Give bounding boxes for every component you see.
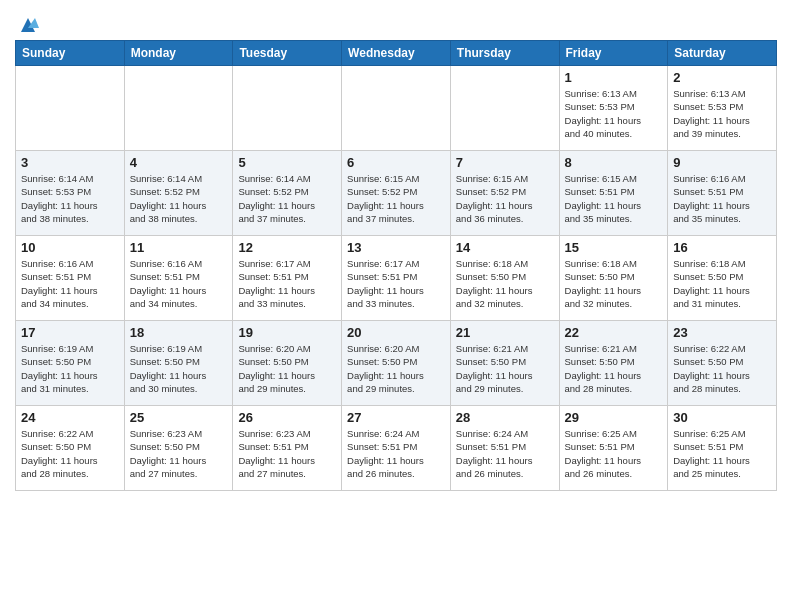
day-number: 5 <box>238 155 336 170</box>
day-number: 14 <box>456 240 554 255</box>
calendar-cell: 16Sunrise: 6:18 AM Sunset: 5:50 PM Dayli… <box>668 236 777 321</box>
day-number: 22 <box>565 325 663 340</box>
day-number: 6 <box>347 155 445 170</box>
day-info: Sunrise: 6:14 AM Sunset: 5:52 PM Dayligh… <box>238 172 336 225</box>
calendar-page: SundayMondayTuesdayWednesdayThursdayFrid… <box>0 0 792 506</box>
day-info: Sunrise: 6:21 AM Sunset: 5:50 PM Dayligh… <box>565 342 663 395</box>
day-number: 10 <box>21 240 119 255</box>
day-number: 3 <box>21 155 119 170</box>
day-info: Sunrise: 6:15 AM Sunset: 5:52 PM Dayligh… <box>347 172 445 225</box>
day-info: Sunrise: 6:14 AM Sunset: 5:53 PM Dayligh… <box>21 172 119 225</box>
day-number: 30 <box>673 410 771 425</box>
weekday-header-tuesday: Tuesday <box>233 41 342 66</box>
day-number: 25 <box>130 410 228 425</box>
week-row-5: 24Sunrise: 6:22 AM Sunset: 5:50 PM Dayli… <box>16 406 777 491</box>
calendar-cell: 29Sunrise: 6:25 AM Sunset: 5:51 PM Dayli… <box>559 406 668 491</box>
week-row-2: 3Sunrise: 6:14 AM Sunset: 5:53 PM Daylig… <box>16 151 777 236</box>
day-info: Sunrise: 6:24 AM Sunset: 5:51 PM Dayligh… <box>456 427 554 480</box>
calendar-cell <box>450 66 559 151</box>
calendar-cell <box>124 66 233 151</box>
weekday-header-monday: Monday <box>124 41 233 66</box>
logo-icon <box>17 14 39 36</box>
calendar-cell: 15Sunrise: 6:18 AM Sunset: 5:50 PM Dayli… <box>559 236 668 321</box>
day-number: 21 <box>456 325 554 340</box>
day-number: 17 <box>21 325 119 340</box>
day-info: Sunrise: 6:15 AM Sunset: 5:52 PM Dayligh… <box>456 172 554 225</box>
day-info: Sunrise: 6:18 AM Sunset: 5:50 PM Dayligh… <box>565 257 663 310</box>
calendar-cell: 19Sunrise: 6:20 AM Sunset: 5:50 PM Dayli… <box>233 321 342 406</box>
week-row-3: 10Sunrise: 6:16 AM Sunset: 5:51 PM Dayli… <box>16 236 777 321</box>
calendar-cell: 22Sunrise: 6:21 AM Sunset: 5:50 PM Dayli… <box>559 321 668 406</box>
calendar-cell: 27Sunrise: 6:24 AM Sunset: 5:51 PM Dayli… <box>342 406 451 491</box>
calendar-cell: 3Sunrise: 6:14 AM Sunset: 5:53 PM Daylig… <box>16 151 125 236</box>
day-info: Sunrise: 6:17 AM Sunset: 5:51 PM Dayligh… <box>238 257 336 310</box>
day-info: Sunrise: 6:19 AM Sunset: 5:50 PM Dayligh… <box>21 342 119 395</box>
calendar-cell: 4Sunrise: 6:14 AM Sunset: 5:52 PM Daylig… <box>124 151 233 236</box>
day-info: Sunrise: 6:21 AM Sunset: 5:50 PM Dayligh… <box>456 342 554 395</box>
logo <box>15 10 39 32</box>
day-info: Sunrise: 6:18 AM Sunset: 5:50 PM Dayligh… <box>673 257 771 310</box>
day-info: Sunrise: 6:13 AM Sunset: 5:53 PM Dayligh… <box>673 87 771 140</box>
calendar-cell: 9Sunrise: 6:16 AM Sunset: 5:51 PM Daylig… <box>668 151 777 236</box>
day-info: Sunrise: 6:15 AM Sunset: 5:51 PM Dayligh… <box>565 172 663 225</box>
calendar-cell: 24Sunrise: 6:22 AM Sunset: 5:50 PM Dayli… <box>16 406 125 491</box>
day-number: 7 <box>456 155 554 170</box>
day-info: Sunrise: 6:16 AM Sunset: 5:51 PM Dayligh… <box>130 257 228 310</box>
calendar-cell: 2Sunrise: 6:13 AM Sunset: 5:53 PM Daylig… <box>668 66 777 151</box>
calendar-cell: 17Sunrise: 6:19 AM Sunset: 5:50 PM Dayli… <box>16 321 125 406</box>
day-number: 11 <box>130 240 228 255</box>
day-number: 19 <box>238 325 336 340</box>
calendar-cell: 18Sunrise: 6:19 AM Sunset: 5:50 PM Dayli… <box>124 321 233 406</box>
weekday-header-friday: Friday <box>559 41 668 66</box>
day-number: 15 <box>565 240 663 255</box>
calendar-cell: 25Sunrise: 6:23 AM Sunset: 5:50 PM Dayli… <box>124 406 233 491</box>
calendar-cell: 12Sunrise: 6:17 AM Sunset: 5:51 PM Dayli… <box>233 236 342 321</box>
day-number: 9 <box>673 155 771 170</box>
day-info: Sunrise: 6:22 AM Sunset: 5:50 PM Dayligh… <box>673 342 771 395</box>
day-info: Sunrise: 6:17 AM Sunset: 5:51 PM Dayligh… <box>347 257 445 310</box>
calendar-cell: 14Sunrise: 6:18 AM Sunset: 5:50 PM Dayli… <box>450 236 559 321</box>
day-number: 2 <box>673 70 771 85</box>
day-number: 23 <box>673 325 771 340</box>
day-number: 12 <box>238 240 336 255</box>
day-info: Sunrise: 6:13 AM Sunset: 5:53 PM Dayligh… <box>565 87 663 140</box>
week-row-4: 17Sunrise: 6:19 AM Sunset: 5:50 PM Dayli… <box>16 321 777 406</box>
day-number: 13 <box>347 240 445 255</box>
day-info: Sunrise: 6:18 AM Sunset: 5:50 PM Dayligh… <box>456 257 554 310</box>
day-number: 28 <box>456 410 554 425</box>
day-number: 27 <box>347 410 445 425</box>
weekday-header-saturday: Saturday <box>668 41 777 66</box>
weekday-header-row: SundayMondayTuesdayWednesdayThursdayFrid… <box>16 41 777 66</box>
calendar-cell: 26Sunrise: 6:23 AM Sunset: 5:51 PM Dayli… <box>233 406 342 491</box>
day-info: Sunrise: 6:20 AM Sunset: 5:50 PM Dayligh… <box>347 342 445 395</box>
calendar-cell: 7Sunrise: 6:15 AM Sunset: 5:52 PM Daylig… <box>450 151 559 236</box>
calendar-cell: 13Sunrise: 6:17 AM Sunset: 5:51 PM Dayli… <box>342 236 451 321</box>
day-info: Sunrise: 6:22 AM Sunset: 5:50 PM Dayligh… <box>21 427 119 480</box>
day-info: Sunrise: 6:16 AM Sunset: 5:51 PM Dayligh… <box>673 172 771 225</box>
calendar-cell: 21Sunrise: 6:21 AM Sunset: 5:50 PM Dayli… <box>450 321 559 406</box>
calendar-cell: 28Sunrise: 6:24 AM Sunset: 5:51 PM Dayli… <box>450 406 559 491</box>
day-number: 20 <box>347 325 445 340</box>
calendar-cell <box>16 66 125 151</box>
weekday-header-thursday: Thursday <box>450 41 559 66</box>
calendar-cell: 20Sunrise: 6:20 AM Sunset: 5:50 PM Dayli… <box>342 321 451 406</box>
page-header <box>15 10 777 32</box>
day-number: 16 <box>673 240 771 255</box>
calendar-cell: 10Sunrise: 6:16 AM Sunset: 5:51 PM Dayli… <box>16 236 125 321</box>
calendar-cell: 6Sunrise: 6:15 AM Sunset: 5:52 PM Daylig… <box>342 151 451 236</box>
day-info: Sunrise: 6:25 AM Sunset: 5:51 PM Dayligh… <box>673 427 771 480</box>
calendar-cell: 8Sunrise: 6:15 AM Sunset: 5:51 PM Daylig… <box>559 151 668 236</box>
day-info: Sunrise: 6:23 AM Sunset: 5:50 PM Dayligh… <box>130 427 228 480</box>
day-info: Sunrise: 6:23 AM Sunset: 5:51 PM Dayligh… <box>238 427 336 480</box>
day-number: 18 <box>130 325 228 340</box>
day-number: 8 <box>565 155 663 170</box>
calendar-cell <box>233 66 342 151</box>
calendar-cell <box>342 66 451 151</box>
day-info: Sunrise: 6:24 AM Sunset: 5:51 PM Dayligh… <box>347 427 445 480</box>
day-info: Sunrise: 6:16 AM Sunset: 5:51 PM Dayligh… <box>21 257 119 310</box>
week-row-1: 1Sunrise: 6:13 AM Sunset: 5:53 PM Daylig… <box>16 66 777 151</box>
day-info: Sunrise: 6:25 AM Sunset: 5:51 PM Dayligh… <box>565 427 663 480</box>
calendar-cell: 30Sunrise: 6:25 AM Sunset: 5:51 PM Dayli… <box>668 406 777 491</box>
day-info: Sunrise: 6:19 AM Sunset: 5:50 PM Dayligh… <box>130 342 228 395</box>
day-info: Sunrise: 6:20 AM Sunset: 5:50 PM Dayligh… <box>238 342 336 395</box>
